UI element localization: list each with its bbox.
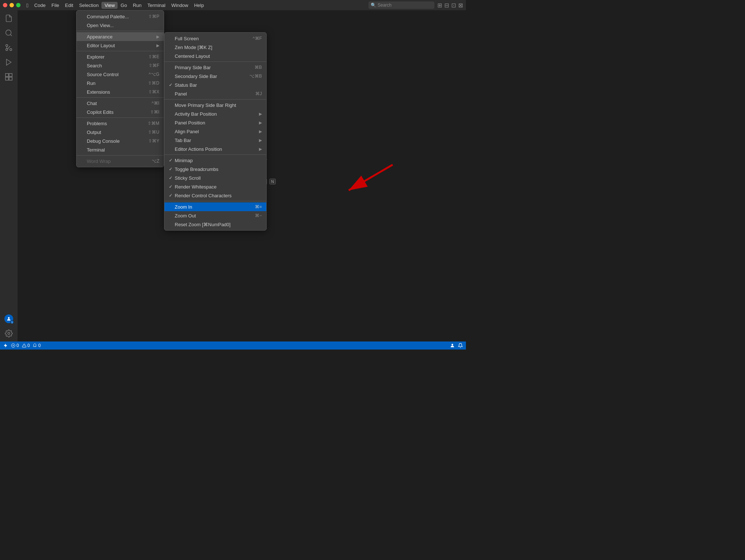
submenu-minimap[interactable]: ✓ Minimap xyxy=(164,156,266,165)
menubar-file[interactable]: File xyxy=(49,2,62,9)
menu-open-view[interactable]: Open View... xyxy=(77,21,164,30)
activity-bar: 1 xyxy=(0,10,18,341)
menu-sep-1 xyxy=(77,31,164,31)
avatar: 1 xyxy=(4,314,13,323)
status-right xyxy=(450,343,463,348)
svg-point-17 xyxy=(452,344,453,346)
svg-rect-8 xyxy=(5,77,8,80)
search-placeholder: Search xyxy=(378,3,392,8)
status-accounts-icon[interactable] xyxy=(450,343,455,348)
svg-point-11 xyxy=(8,332,10,335)
submenu-align-panel[interactable]: Align Panel ▶ xyxy=(164,127,266,136)
status-bell-icon[interactable] xyxy=(458,343,463,348)
submenu-zoom-out[interactable]: Zoom Out ⌘− xyxy=(164,211,266,220)
submenu-tab-bar[interactable]: Tab Bar ▶ xyxy=(164,136,266,145)
avatar-badge: 1 xyxy=(10,320,14,324)
layout-icon-1[interactable]: ⊞ xyxy=(437,2,442,9)
layout-icon-3[interactable]: ⊡ xyxy=(451,2,456,9)
menu-copilot-edits[interactable]: Copilot Edits ⇧⌘I xyxy=(77,108,164,116)
menubar:  Code File Edit Selection View Go Run T… xyxy=(0,0,466,10)
svg-line-1 xyxy=(10,34,12,36)
activity-extensions[interactable] xyxy=(2,70,15,83)
menubar-edit[interactable]: Edit xyxy=(62,2,76,9)
apple-menu[interactable]:  xyxy=(26,2,28,8)
status-left: 0 0 0 xyxy=(3,343,41,348)
submenu-sticky-scroll[interactable]: ✓ Sticky Scroll xyxy=(164,173,266,182)
status-errors[interactable]: 0 xyxy=(11,343,19,348)
menubar-terminal[interactable]: Terminal xyxy=(145,2,168,9)
submenu-panel[interactable]: Panel ⌘J xyxy=(164,89,266,98)
activity-search[interactable] xyxy=(2,26,15,40)
menubar-help[interactable]: Help xyxy=(191,2,207,9)
activity-settings[interactable] xyxy=(2,327,15,340)
submenu-move-primary-sidebar[interactable]: Move Primary Side Bar Right xyxy=(164,101,266,109)
menu-search[interactable]: Search ⇧⌘F xyxy=(77,61,164,70)
new-file-kbd-n: N xyxy=(269,179,276,184)
menu-word-wrap[interactable]: Word Wrap ⌥Z xyxy=(77,157,164,165)
status-remote[interactable] xyxy=(3,343,8,348)
submenu-sep-1 xyxy=(164,61,266,62)
search-bar[interactable]: 🔍 Search xyxy=(368,1,434,9)
status-warnings[interactable]: 0 xyxy=(22,343,30,348)
status-info[interactable]: 0 xyxy=(33,343,41,348)
svg-rect-7 xyxy=(9,74,12,76)
menubar-code[interactable]: Code xyxy=(31,2,48,9)
activity-run-debug[interactable] xyxy=(2,56,15,69)
menu-extensions[interactable]: Extensions ⇧⌘X xyxy=(77,87,164,96)
submenu-full-screen[interactable]: Full Screen ^⌘F xyxy=(164,34,266,43)
menu-sep-4 xyxy=(77,117,164,118)
menubar-selection[interactable]: Selection xyxy=(76,2,101,9)
svg-point-0 xyxy=(6,30,11,36)
menu-run[interactable]: Run ⇧⌘D xyxy=(77,79,164,87)
menu-chat[interactable]: Chat ^⌘I xyxy=(77,99,164,108)
maximize-button[interactable] xyxy=(16,3,21,7)
activity-explorer[interactable] xyxy=(2,12,15,25)
activity-source-control[interactable] xyxy=(2,41,15,54)
svg-point-3 xyxy=(6,45,8,47)
layout-icon-2[interactable]: ⊟ xyxy=(444,2,449,9)
menu-appearance[interactable]: Appearance ▶ Full Screen ^⌘F Zen Mode [⌘… xyxy=(77,32,164,41)
submenu-zoom-in[interactable]: Zoom In ⌘= xyxy=(164,202,266,211)
status-bar: 0 0 0 xyxy=(0,341,466,350)
menu-explorer[interactable]: Explorer ⇧⌘E xyxy=(77,52,164,61)
menubar-view[interactable]: View xyxy=(101,2,118,9)
menu-problems[interactable]: Problems ⇧⌘M xyxy=(77,119,164,128)
svg-point-10 xyxy=(8,317,10,319)
minimize-button[interactable] xyxy=(10,3,14,7)
submenu-status-bar[interactable]: ✓ Status Bar xyxy=(164,81,266,89)
menubar-right: 🔍 Search ⊞ ⊟ ⊡ ⊠ xyxy=(368,1,463,9)
submenu-primary-sidebar[interactable]: Primary Side Bar ⌘B xyxy=(164,63,266,72)
submenu-toggle-breadcrumbs[interactable]: ✓ Toggle Breadcrumbs xyxy=(164,165,266,173)
menu-command-palette[interactable]: Command Palette... ⇧⌘P xyxy=(77,12,164,21)
view-menu-dropdown: Command Palette... ⇧⌘P Open View... Appe… xyxy=(76,10,164,167)
activity-accounts[interactable]: 1 xyxy=(2,312,15,325)
submenu-zen-mode[interactable]: Zen Mode [⌘K Z] xyxy=(164,43,266,52)
svg-point-2 xyxy=(10,49,12,51)
menu-editor-layout[interactable]: Editor Layout ▶ xyxy=(77,41,164,50)
svg-marker-5 xyxy=(7,59,11,66)
menu-debug-console[interactable]: Debug Console ⇧⌘Y xyxy=(77,137,164,145)
submenu-reset-zoom[interactable]: Reset Zoom [⌘NumPad0] xyxy=(164,220,266,229)
submenu-sep-4 xyxy=(164,201,266,201)
submenu-centered-layout[interactable]: Centered Layout xyxy=(164,52,266,60)
menu-sep-5 xyxy=(77,155,164,156)
submenu-render-whitespace[interactable]: ✓ Render Whitespace xyxy=(164,182,266,191)
layout-icon-4[interactable]: ⊠ xyxy=(458,2,463,9)
menu-terminal[interactable]: Terminal xyxy=(77,145,164,154)
submenu-sep-3 xyxy=(164,154,266,155)
menubar-window[interactable]: Window xyxy=(168,2,191,9)
submenu-panel-pos[interactable]: Panel Position ▶ xyxy=(164,118,266,127)
submenu-render-control-chars[interactable]: ✓ Render Control Characters xyxy=(164,191,266,200)
svg-rect-6 xyxy=(5,74,8,76)
submenu-sep-2 xyxy=(164,99,266,100)
menubar-icons: ⊞ ⊟ ⊡ ⊠ xyxy=(437,2,463,9)
close-button[interactable] xyxy=(3,3,7,7)
menu-output[interactable]: Output ⇧⌘U xyxy=(77,128,164,137)
submenu-secondary-sidebar[interactable]: Secondary Side Bar ⌥⌘B xyxy=(164,72,266,81)
submenu-activity-bar-pos[interactable]: Activity Bar Position ▶ xyxy=(164,109,266,118)
submenu-editor-actions-pos[interactable]: Editor Actions Position ▶ xyxy=(164,145,266,153)
menu-sep-2 xyxy=(77,51,164,51)
menu-source-control[interactable]: Source Control ^⌥G xyxy=(77,70,164,79)
menubar-run[interactable]: Run xyxy=(130,2,145,9)
menubar-go[interactable]: Go xyxy=(118,2,130,9)
